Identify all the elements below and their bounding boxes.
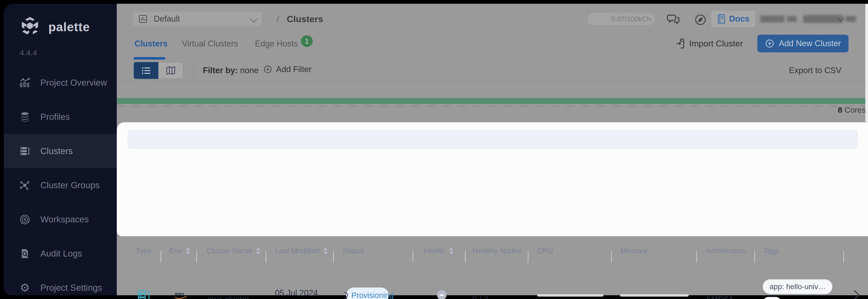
- tab-edge-hosts[interactable]: Edge Hosts: [255, 39, 298, 48]
- cluster-groups-icon: [19, 179, 31, 191]
- docs-label: Docs: [729, 14, 750, 24]
- filter-by-value: none: [240, 66, 259, 75]
- sidebar-item-label: Workspaces: [40, 214, 89, 225]
- plus-circle-icon: [765, 39, 774, 48]
- svg-text:aws: aws: [175, 291, 184, 297]
- brand-logo: palette: [19, 15, 90, 38]
- cluster-type-icon: [137, 289, 151, 299]
- import-icon: [675, 38, 685, 49]
- filter-row-divider: [117, 80, 868, 81]
- list-icon: [141, 65, 152, 76]
- active-tab-underline: [134, 57, 165, 60]
- sidebar-item-audit-logs[interactable]: Audit Logs: [4, 236, 117, 271]
- clusters-icon: [19, 145, 31, 157]
- col-header-health[interactable]: Health: [424, 247, 454, 255]
- sort-icon[interactable]: [186, 247, 190, 255]
- breadcrumb-separator: /: [277, 14, 279, 24]
- sort-icon[interactable]: [256, 247, 260, 255]
- tag-more-pill[interactable]: …: [763, 297, 781, 299]
- project-overview-icon: [19, 77, 31, 89]
- sidebar-item-cluster-groups[interactable]: Cluster Groups: [4, 168, 117, 202]
- chat-icon[interactable]: [666, 12, 680, 26]
- usage-meter-value: 0.07/100kCh: [612, 15, 651, 23]
- add-filter-label: Add Filter: [276, 65, 312, 74]
- col-header-env[interactable]: Env: [169, 247, 190, 255]
- audit-logs-icon: [19, 248, 31, 260]
- filter-by-text: Filter by: none: [203, 66, 259, 75]
- sidebar-item-workspaces[interactable]: Workspaces: [4, 202, 117, 236]
- status-label: Provisioning: [351, 291, 394, 299]
- cpu-usage-bar: [537, 294, 603, 297]
- plus-circle-icon: [263, 65, 272, 74]
- edge-hosts-count-badge: 1: [301, 35, 313, 47]
- docs-book-icon: [717, 14, 726, 24]
- status-badge: Provisioning: [346, 288, 389, 299]
- list-view-toggle[interactable]: [134, 62, 158, 79]
- sidebar-item-label: Project Settings: [40, 283, 102, 293]
- chevron-down-icon: [250, 15, 257, 23]
- app-version: 4.4.4: [20, 48, 37, 57]
- col-header-tags: Tags: [763, 247, 779, 255]
- gear-icon: ⚙: [19, 282, 31, 294]
- docs-button[interactable]: Docs: [711, 11, 755, 27]
- workspaces-icon: [19, 213, 31, 225]
- import-cluster-label: Import Cluster: [689, 39, 743, 48]
- usage-meter-pill: 0.07/100kCh: [588, 13, 655, 25]
- memory-usage-bar: [620, 294, 689, 297]
- cores-usage-bar: [117, 98, 866, 104]
- sidebar: palette 4.4.4 Project Overview Profiles: [4, 4, 117, 295]
- profiles-icon: [19, 111, 31, 123]
- table-header-row: [127, 130, 858, 149]
- cluster-name[interactable]: aws-cluster: [207, 295, 249, 299]
- sidebar-item-label: Project Overview: [40, 78, 107, 88]
- col-header-last-modified[interactable]: Last Modified: [275, 247, 328, 255]
- sidebar-item-label: Clusters: [40, 146, 73, 156]
- last-modified-line1: 05 Jul 2024,: [275, 288, 320, 298]
- architecture-value: AMD64: [706, 295, 733, 299]
- palette-logo-icon: [19, 15, 41, 38]
- add-new-cluster-button[interactable]: Add New Cluster: [757, 35, 848, 52]
- filter-by-label: Filter by:: [203, 66, 238, 75]
- sort-icon[interactable]: [323, 247, 328, 255]
- brand-name: palette: [49, 20, 90, 34]
- col-header-architecture: Architecture: [706, 247, 746, 255]
- map-icon: [165, 65, 176, 76]
- sidebar-item-clusters[interactable]: Clusters: [4, 134, 117, 168]
- sort-icon[interactable]: [449, 247, 454, 255]
- sidebar-item-project-settings[interactable]: ⚙ Project Settings: [4, 271, 117, 299]
- tag-pill[interactable]: app: hello-univ…: [763, 279, 833, 294]
- cores-total-value: 8: [838, 105, 842, 114]
- col-header-memory: Memory: [621, 247, 648, 255]
- row-chevron-right-icon[interactable]: [850, 290, 860, 299]
- cores-usage-ticks: [117, 105, 866, 107]
- clusters-table-card: Type Env Cluster Name Last Modified Stat…: [117, 122, 868, 236]
- col-header-type: Type: [135, 247, 152, 255]
- filter-separator: [193, 63, 194, 78]
- sidebar-item-project-overview[interactable]: Project Overview: [4, 66, 117, 100]
- healthy-nodes-value: 0 / 2: [472, 295, 488, 299]
- compass-icon[interactable]: [694, 13, 707, 26]
- col-header-healthy-nodes: Healthy Nodes: [472, 247, 522, 255]
- sidebar-item-label: Audit Logs: [40, 248, 82, 259]
- breadcrumb: Clusters: [287, 14, 323, 24]
- sidebar-item-label: Profiles: [40, 112, 70, 122]
- project-selector-value: Default: [154, 14, 245, 24]
- tab-clusters[interactable]: Clusters: [134, 39, 167, 48]
- add-new-cluster-label: Add New Cluster: [779, 39, 841, 48]
- sidebar-item-profiles[interactable]: Profiles: [4, 100, 117, 134]
- export-to-csv-button[interactable]: Export to CSV: [789, 66, 841, 75]
- sidebar-item-label: Cluster Groups: [40, 180, 100, 190]
- main-content: Default / Clusters 0.07/100kCh Docs: [117, 4, 868, 295]
- project-icon: [138, 14, 148, 24]
- col-header-status: Status: [343, 247, 364, 255]
- map-view-toggle[interactable]: [158, 62, 183, 79]
- aws-env-icon: aws: [174, 291, 187, 299]
- tab-virtual-clusters[interactable]: Virtual Clusters: [182, 39, 238, 48]
- spinner-icon: [341, 292, 348, 299]
- health-unknown-icon: [437, 290, 446, 299]
- col-header-cluster-name[interactable]: Cluster Name: [207, 247, 260, 255]
- project-selector-dropdown[interactable]: Default: [133, 12, 261, 26]
- import-cluster-button[interactable]: Import Cluster: [675, 35, 743, 52]
- add-filter-button[interactable]: Add Filter: [263, 65, 312, 74]
- scrollbar[interactable]: [865, 4, 868, 122]
